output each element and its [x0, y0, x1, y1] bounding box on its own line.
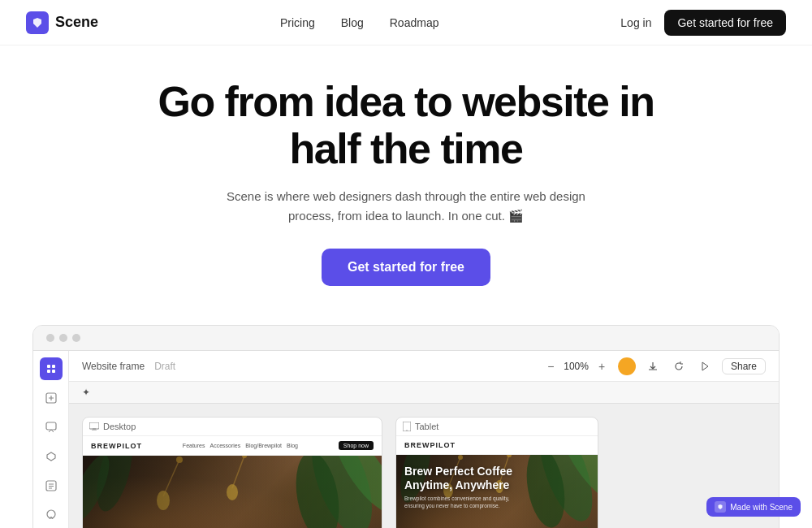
brew-nav: BREWPILOT Features Accessories Blog/Brew… — [83, 436, 382, 456]
app-body: Website frame Draft − 100% + — [33, 351, 779, 528]
toolbar-left: Website frame Draft — [82, 361, 175, 372]
draft-label: Draft — [154, 361, 175, 372]
made-with-label: Made with Scene — [730, 503, 793, 512]
hero-subtitle: Scene is where web designers dash throug… — [211, 187, 601, 226]
canvas-content: Desktop BREWPILOT Features Accessories B… — [69, 404, 779, 528]
sidebar-icon-add[interactable] — [40, 387, 63, 409]
brew-nav-links: Features Accessories Blog/Brewpilot Blog — [183, 443, 298, 448]
zoom-in-button[interactable]: + — [594, 358, 610, 374]
hero-cta-button[interactable]: Get started for free — [322, 249, 490, 286]
svg-rect-14 — [89, 422, 99, 429]
desktop-frame: Desktop BREWPILOT Features Accessories B… — [82, 417, 382, 528]
sidebar-icon-expand[interactable] — [40, 445, 63, 468]
download-icon[interactable] — [644, 357, 662, 375]
brew-logo: BREWPILOT — [91, 442, 142, 450]
logo: Scene — [26, 11, 98, 34]
tablet-frame: Tablet BREWPILOT — [395, 417, 598, 528]
brew-logo-tablet: BREWPILOT — [404, 441, 456, 449]
made-with-scene-badge[interactable]: Made with Scene — [706, 497, 801, 517]
canvas-area: ✦ Desktop — [69, 382, 779, 528]
scene-logo-svg — [31, 16, 44, 29]
toolbar-right: − 100% + — [542, 357, 766, 375]
scene-mini-logo — [717, 504, 723, 510]
desktop-site-preview: BREWPILOT Features Accessories Blog/Brew… — [83, 436, 382, 528]
app-toolbar: Website frame Draft − 100% + — [69, 351, 779, 382]
zoom-out-button[interactable]: − — [542, 358, 559, 374]
svg-rect-7 — [46, 422, 56, 430]
nav-pricing[interactable]: Pricing — [280, 16, 315, 29]
desktop-label: Desktop — [83, 418, 382, 436]
brew-nav-tablet: BREWPILOT — [396, 436, 598, 455]
logo-text: Scene — [55, 14, 98, 31]
nav-cta-button[interactable]: Get started for free — [664, 10, 786, 36]
cursor-icon: ✦ — [82, 387, 90, 398]
zoom-value: 100% — [564, 361, 589, 372]
svg-rect-2 — [47, 370, 50, 373]
window-dot-3 — [72, 334, 80, 342]
tablet-icon — [403, 422, 411, 431]
brew-hero-image: Brew Perfect Coffee Anytime, Anywhere Br… — [83, 456, 382, 528]
tablet-label: Tablet — [396, 418, 598, 436]
brew-hero-title-tablet: Brew Perfect Coffee Anytime, Anywhere — [404, 465, 526, 492]
window-dot-1 — [46, 334, 54, 342]
play-icon[interactable] — [696, 357, 714, 375]
svg-rect-30 — [403, 422, 411, 431]
nav-blog[interactable]: Blog — [341, 16, 364, 29]
logo-icon — [26, 11, 49, 34]
nav-links: Pricing Blog Roadmap — [280, 16, 439, 29]
coffee-background — [83, 456, 382, 528]
svg-rect-0 — [47, 365, 50, 368]
sidebar-icon-home[interactable] — [40, 357, 63, 380]
scene-badge-icon — [715, 501, 726, 513]
nav-roadmap[interactable]: Roadmap — [390, 16, 439, 29]
window-dot-2 — [59, 334, 67, 342]
app-sidebar — [33, 351, 69, 528]
svg-rect-3 — [52, 370, 55, 373]
zoom-controls: − 100% + — [542, 358, 610, 374]
overlay-gradient — [83, 456, 382, 528]
login-link[interactable]: Log in — [620, 16, 651, 29]
svg-point-31 — [406, 431, 407, 431]
navbar: Scene Pricing Blog Roadmap Log in Get st… — [0, 0, 812, 45]
app-main: Website frame Draft − 100% + — [69, 351, 779, 528]
brew-shop-btn: Shop now — [339, 441, 374, 450]
app-preview: Website frame Draft − 100% + — [32, 325, 780, 528]
svg-rect-1 — [52, 365, 55, 368]
brew-hero-text-tablet: Brew Perfect Coffee Anytime, Anywhere Br… — [404, 465, 526, 509]
sidebar-icon-chat[interactable] — [40, 416, 63, 439]
user-avatar — [618, 357, 636, 375]
hero-section: Go from idea to website in half the time… — [0, 45, 812, 305]
tablet-site-preview: BREWPILOT — [396, 436, 598, 528]
svg-marker-13 — [702, 362, 708, 370]
desktop-icon — [89, 422, 99, 431]
window-chrome — [33, 326, 779, 351]
brew-hero-image-tablet: Brew Perfect Coffee Anytime, Anywhere Br… — [396, 455, 598, 528]
refresh-icon[interactable] — [670, 357, 688, 375]
sidebar-icon-comment[interactable] — [40, 504, 63, 526]
frame-label: Website frame — [82, 361, 145, 372]
share-button[interactable]: Share — [722, 358, 766, 374]
sidebar-icon-layers[interactable] — [40, 474, 63, 497]
canvas-header: ✦ — [69, 382, 779, 404]
brew-hero-subtitle-tablet: Brewpilot combines convenience and quali… — [404, 496, 518, 509]
hero-title: Go from idea to website in half the time — [130, 78, 682, 172]
nav-actions: Log in Get started for free — [620, 10, 786, 36]
